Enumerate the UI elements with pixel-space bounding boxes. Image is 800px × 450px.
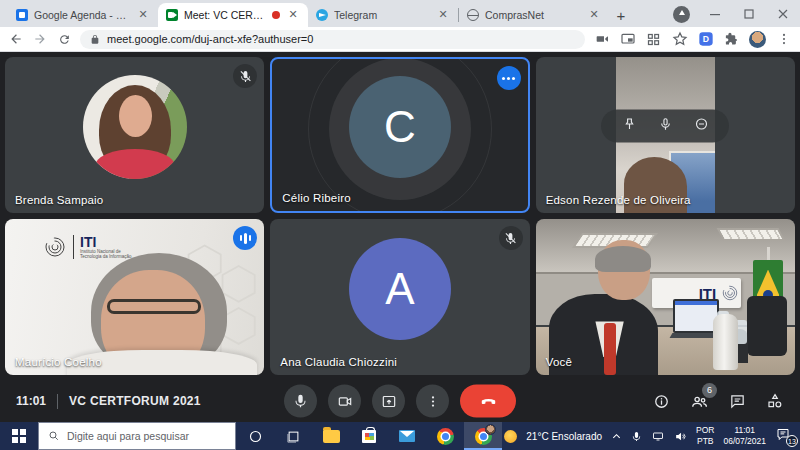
tab-meet-active[interactable]: Meet: VC CERTFORUM 2021 ✕ — [158, 3, 308, 27]
apps-grid-icon[interactable] — [645, 31, 662, 47]
meeting-details-info-icon[interactable] — [653, 393, 670, 410]
tray-chevron-up-icon[interactable] — [611, 431, 622, 442]
photo-dress-shape — [95, 149, 175, 179]
profile-photo-avatar — [83, 75, 187, 179]
tab-title: Telegram — [334, 9, 430, 21]
tab-google-agenda[interactable]: Google Agenda - Semana de 4 d ✕ — [8, 3, 158, 27]
participant-tile-edson[interactable]: Edson Rezende de Oliveira — [536, 57, 795, 213]
activities-icon[interactable] — [766, 392, 784, 410]
more-options-kebab-icon[interactable] — [416, 385, 449, 418]
profile-avatar[interactable] — [749, 31, 766, 48]
tile-options-button[interactable] — [497, 66, 521, 90]
iti-logo-text: ITI — [80, 235, 138, 249]
window-minimize-button[interactable] — [698, 1, 732, 27]
close-tab-icon[interactable]: ✕ — [436, 8, 450, 22]
tab-title: ComprasNet — [485, 9, 581, 21]
participant-tile-brenda[interactable]: Brenda Sampaio — [5, 57, 264, 213]
task-view-button[interactable] — [274, 422, 312, 450]
close-tab-icon[interactable]: ✕ — [136, 8, 150, 22]
cortana-icon — [248, 429, 263, 444]
reload-icon[interactable] — [56, 31, 72, 47]
tab-comprasnet[interactable]: ComprasNet ✕ — [459, 3, 609, 27]
weather-sun-icon — [504, 430, 517, 443]
svg-text:D: D — [702, 34, 708, 44]
participant-tile-mauricio[interactable]: ITI Instituto Nacional de Tecnologia da … — [5, 219, 264, 375]
self-video-hair — [595, 246, 651, 272]
notification-count-badge: 13 — [786, 435, 798, 447]
taskbar-search-input[interactable]: Digite aqui para pesquisar — [38, 422, 236, 450]
ceiling-light — [717, 228, 786, 241]
participant-tile-celio[interactable]: C Célio Ribeiro — [270, 57, 529, 213]
d-extension-icon[interactable]: D — [697, 31, 714, 47]
mail-button[interactable] — [388, 422, 426, 450]
camera-in-use-icon[interactable] — [593, 31, 610, 47]
file-explorer-button[interactable] — [312, 422, 350, 450]
leave-call-button[interactable] — [460, 385, 516, 418]
url-text: meet.google.com/duj-anct-xfe?authuser=0 — [107, 33, 313, 45]
forward-icon[interactable] — [32, 31, 48, 47]
participant-name: Você — [546, 356, 572, 368]
new-tab-button[interactable]: + — [609, 3, 633, 27]
participant-name: Ana Claudia Chiozzini — [280, 356, 397, 368]
chrome-button[interactable] — [426, 422, 464, 450]
pin-icon[interactable] — [622, 116, 637, 135]
telegram-icon — [316, 9, 328, 21]
present-screen-button[interactable] — [372, 385, 405, 418]
chrome-icon — [437, 428, 454, 445]
bookmark-star-icon[interactable] — [671, 31, 688, 47]
tab-telegram[interactable]: Telegram ✕ — [308, 3, 458, 27]
chat-icon[interactable] — [729, 393, 746, 410]
language-indicator[interactable]: POR PTB — [696, 425, 714, 446]
divider — [57, 394, 58, 409]
tray-microphone-icon[interactable] — [631, 430, 642, 443]
search-placeholder: Digite aqui para pesquisar — [67, 430, 189, 442]
chrome-update-icon[interactable] — [673, 6, 690, 23]
mic-off-icon — [499, 226, 523, 250]
browser-toolbar: meet.google.com/duj-anct-xfe?authuser=0 … — [0, 27, 800, 52]
weather-text[interactable]: 21°C Ensolarado — [526, 431, 602, 442]
microsoft-store-button[interactable] — [350, 422, 388, 450]
remove-participant-icon[interactable] — [694, 116, 709, 135]
dot — [507, 77, 510, 80]
pip-tab-icon[interactable] — [619, 31, 636, 47]
thermos — [713, 314, 738, 370]
tray-volume-icon[interactable] — [674, 430, 687, 443]
meet-participant-grid: Brenda Sampaio C Célio Ribeiro — [0, 52, 800, 380]
tray-time: 11:01 — [734, 425, 755, 435]
participant-tile-ana[interactable]: A Ana Claudia Chiozzini — [270, 219, 529, 375]
participant-count-badge: 6 — [702, 383, 717, 398]
meeting-title: VC CERTFORUM 2021 — [69, 394, 201, 408]
show-participants-icon[interactable]: 6 — [690, 392, 709, 411]
language-line2: PTB — [697, 436, 714, 446]
close-tab-icon[interactable]: ✕ — [587, 8, 601, 22]
extensions-puzzle-icon[interactable] — [723, 31, 740, 47]
participant-tile-voce[interactable]: ITI Você — [536, 219, 795, 375]
window-maximize-button[interactable] — [732, 1, 766, 27]
participant-name: Edson Rezende de Oliveira — [546, 194, 691, 206]
tray-display-icon[interactable] — [651, 430, 665, 442]
address-bar[interactable]: meet.google.com/duj-anct-xfe?authuser=0 — [80, 30, 585, 49]
chrome-profile-button-active[interactable] — [464, 422, 502, 450]
mute-participant-icon[interactable] — [658, 116, 673, 135]
microphone-toggle-button[interactable] — [284, 385, 317, 418]
action-center-button[interactable]: 13 — [775, 427, 795, 445]
cortana-button[interactable] — [236, 422, 274, 450]
clock-date[interactable]: 11:01 06/07/2021 — [723, 425, 766, 446]
browser-menu-kebab-icon[interactable] — [775, 31, 792, 47]
camera-toggle-button[interactable] — [328, 385, 361, 418]
window-close-button[interactable] — [766, 1, 800, 27]
meet-control-bar: 11:01 VC CERTFORUM 2021 6 — [0, 380, 800, 422]
iti-logo: ITI Instituto Nacional de Tecnologia da … — [43, 235, 138, 260]
participant-name: Maurício Coelho — [15, 356, 102, 368]
start-button[interactable] — [0, 422, 38, 450]
google-meet-icon — [166, 9, 178, 21]
self-video-tie — [604, 323, 616, 375]
google-calendar-icon — [16, 9, 28, 21]
task-view-icon — [286, 429, 301, 444]
laptop-screen — [675, 301, 717, 331]
lock-icon — [90, 34, 100, 45]
dot — [502, 77, 505, 80]
back-icon[interactable] — [8, 31, 24, 47]
close-tab-icon[interactable]: ✕ — [286, 8, 300, 22]
mic-off-icon — [233, 64, 257, 88]
